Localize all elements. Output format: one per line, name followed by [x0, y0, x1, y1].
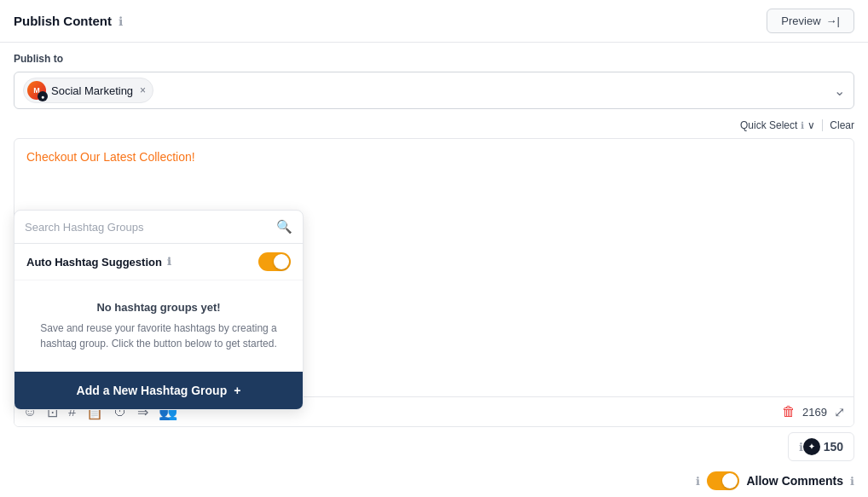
auto-suggestion-toggle[interactable] — [258, 252, 291, 271]
publish-select-box[interactable]: M ● Social Marketing × ⌄ — [14, 72, 854, 109]
second-panel-right: ✦ 150 — [803, 438, 843, 455]
trash-icon[interactable]: 🗑 — [782, 404, 796, 419]
auto-suggestion-row: Auto Hashtag Suggestion ℹ — [14, 244, 303, 280]
allow-comments-row: ℹ Allow Comments ℹ — [0, 468, 868, 497]
no-hashtag-title: No hashtag groups yet! — [28, 301, 289, 314]
auto-suggestion-info-icon: ℹ — [167, 256, 171, 268]
preview-label: Preview — [781, 14, 820, 27]
quick-select-bar: Quick Select ℹ ∨ Clear — [0, 116, 868, 138]
search-icon: 🔍 — [276, 219, 292, 234]
social-marketing-badge: M ● Social Marketing × — [23, 78, 153, 103]
publish-to-label: Publish to — [14, 53, 854, 65]
page-info-icon: ℹ — [119, 14, 123, 28]
preview-arrow-icon: →| — [826, 14, 840, 27]
hashtag-search-bar: 🔍 — [14, 211, 303, 244]
main-container: Publish Content ℹ Preview →| Publish to … — [0, 0, 868, 497]
tiktok-icon: ✦ — [803, 438, 820, 455]
tiktok-count-number: 150 — [824, 440, 843, 454]
char-count: 2169 — [802, 406, 827, 419]
allow-comments-label: Allow Comments — [746, 474, 843, 488]
auto-suggestion-label: Auto Hashtag Suggestion ℹ — [26, 256, 171, 269]
publish-select-left: M ● Social Marketing × — [23, 78, 153, 103]
expand-icon[interactable]: ⤢ — [834, 404, 845, 420]
add-hashtag-plus-icon: + — [234, 384, 240, 397]
toggle-thumb — [274, 254, 289, 269]
header-left: Publish Content ℹ — [14, 14, 123, 28]
add-hashtag-label: Add a New Hashtag Group — [77, 384, 228, 397]
quick-select-info-icon: ℹ — [801, 120, 804, 131]
quick-select-label: Quick Select ℹ ∨ — [740, 119, 815, 131]
content-text: Checkout Our Latest Collection! — [26, 150, 195, 164]
second-panel-row: ℹ ✦ 150 — [799, 438, 843, 455]
avatar-overlay: ● — [38, 91, 48, 101]
search-hashtag-input[interactable] — [25, 221, 269, 234]
no-hashtag-area: No hashtag groups yet! Save and reuse yo… — [14, 280, 303, 372]
tiktok-count: ✦ 150 — [803, 438, 843, 455]
page-title: Publish Content — [14, 14, 112, 28]
allow-comments-left-info-icon: ℹ — [696, 475, 700, 488]
no-hashtag-desc: Save and reuse your favorite hashtags by… — [28, 321, 289, 351]
toolbar-right: 🗑 2169 ⤢ — [782, 404, 845, 420]
social-marketing-name: Social Marketing — [51, 84, 133, 97]
divider — [822, 119, 823, 131]
header: Publish Content ℹ Preview →| — [0, 0, 868, 43]
avatar: M ● — [27, 81, 46, 100]
bottom-right-controls: ℹ ✦ 150 — [774, 432, 854, 461]
second-panel: ℹ ✦ 150 — [788, 432, 854, 461]
quick-select-chevron-icon: ∨ — [807, 119, 815, 131]
publish-section: Publish to M ● Social Marketing × ⌄ — [0, 43, 868, 116]
add-hashtag-group-button[interactable]: Add a New Hashtag Group + — [14, 372, 303, 409]
hashtag-dropdown: 🔍 Auto Hashtag Suggestion ℹ No hashtag g… — [14, 210, 304, 410]
bottom-row: ℹ ✦ 150 — [0, 427, 868, 468]
chevron-down-icon: ⌄ — [834, 83, 845, 99]
clear-button[interactable]: Clear — [830, 119, 854, 131]
allow-comments-toggle[interactable] — [707, 471, 739, 490]
remove-account-icon[interactable]: × — [140, 84, 146, 96]
allow-comments-info-icon: ℹ — [850, 475, 854, 488]
preview-button[interactable]: Preview →| — [767, 9, 854, 33]
